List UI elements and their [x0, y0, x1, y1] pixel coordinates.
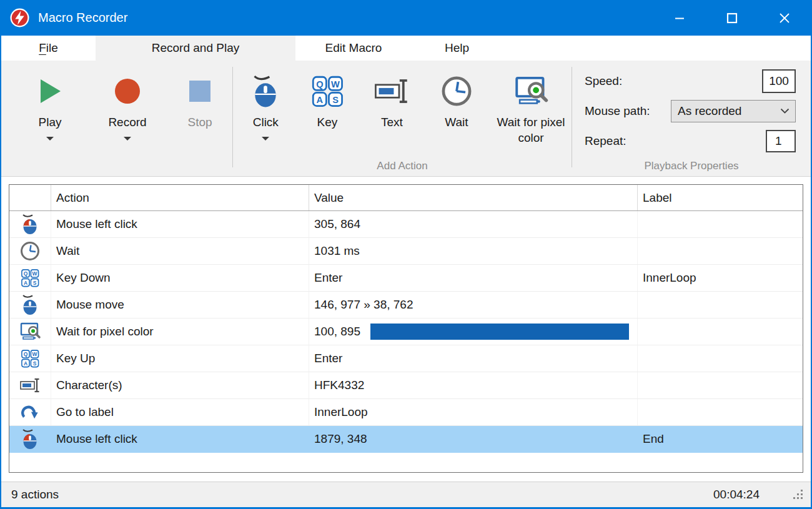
tab-help[interactable]: Help [412, 36, 502, 61]
tab-edit-macro-label: Edit Macro [325, 41, 382, 55]
table-row[interactable]: Q W A SKey DownEnterInnerLoop [9, 265, 803, 292]
mouse-left-click-icon [9, 211, 51, 237]
icon-column-header [9, 185, 51, 210]
row-label-text [638, 292, 803, 318]
titlebar: Macro Recorder [1, 0, 811, 36]
record-button-label: Record [108, 114, 146, 130]
wait-for-pixel-color-button[interactable]: Wait for pixel color [490, 61, 572, 146]
actions-count: 9 actions [1, 488, 713, 502]
row-value-text: InnerLoop [309, 399, 638, 425]
text-cursor-icon [374, 76, 410, 106]
row-value-text: Enter [309, 265, 638, 291]
mouse-left-click-icon [9, 426, 51, 452]
row-label-text [638, 238, 803, 264]
key-button-label: Key [317, 114, 337, 130]
label-column-header[interactable]: Label [638, 185, 803, 210]
close-button[interactable] [758, 0, 811, 36]
repeat-label: Repeat: [585, 134, 766, 148]
minimize-button[interactable] [653, 0, 706, 36]
resize-grip[interactable] [792, 488, 805, 501]
click-button-label: Click [253, 114, 279, 130]
mouse-move-icon [9, 292, 51, 318]
maximize-button[interactable] [706, 0, 758, 36]
text-cursor-icon [9, 372, 51, 398]
svg-text:S: S [33, 280, 37, 286]
record-icon [112, 76, 142, 106]
window-title: Macro Recorder [38, 11, 653, 25]
status-bar: 9 actions 00:04:24 [1, 482, 811, 507]
app-window: Macro Recorder File [0, 0, 812, 509]
main-content: Action Value Label Mouse left click305, … [1, 177, 811, 482]
row-action-text: Mouse left click [51, 426, 309, 452]
svg-text:W: W [32, 270, 37, 277]
row-value-text: 146, 977 » 38, 762 [309, 292, 638, 318]
app-logo-icon [10, 8, 29, 27]
speed-label: Speed: [585, 74, 762, 88]
play-dropdown-arrow-icon[interactable] [46, 137, 54, 141]
svg-text:A: A [316, 95, 323, 105]
menu-tab-bar: File Record and Play Edit Macro Help [1, 36, 811, 61]
playback-properties-group-label: Playback Properties [572, 160, 811, 172]
table-row[interactable]: Mouse move146, 977 » 38, 762 [9, 292, 803, 319]
row-label-text [638, 211, 803, 237]
ribbon-group-playback-properties: Speed: Mouse path: As recorded Repeat: P… [572, 61, 811, 176]
mouse-path-select[interactable]: As recorded [671, 100, 796, 122]
row-action-text: Character(s) [51, 372, 309, 398]
table-row[interactable]: Character(s)HFK4332 [9, 372, 803, 399]
row-action-text: Wait for pixel color [51, 319, 309, 345]
wait-button[interactable]: Wait [429, 61, 485, 130]
table-row[interactable]: Wait1031 ms [9, 238, 803, 265]
svg-text:Q: Q [24, 351, 28, 357]
tab-record-and-play[interactable]: Record and Play [96, 36, 295, 61]
svg-text:W: W [331, 79, 340, 89]
click-button[interactable]: Click [238, 61, 294, 141]
svg-text:A: A [24, 360, 27, 367]
row-value-text: Enter [309, 345, 638, 372]
tab-record-and-play-label: Record and Play [152, 41, 239, 55]
svg-text:Q: Q [24, 270, 28, 277]
stop-button[interactable]: Stop [174, 61, 226, 130]
table-row[interactable]: Mouse left click305, 864 [9, 211, 803, 238]
table-row[interactable]: Mouse left click1879, 348End [9, 426, 803, 453]
close-icon [778, 12, 791, 24]
table-row[interactable]: Wait for pixel color100, 895 [9, 319, 803, 345]
tab-file[interactable]: File [1, 36, 96, 61]
table-row[interactable]: Q W A SKey UpEnter [9, 345, 803, 372]
row-label-text: End [638, 426, 803, 452]
key-button[interactable]: Q W A S Key [300, 61, 355, 130]
text-button[interactable]: Text [361, 61, 422, 130]
row-label-text [638, 399, 803, 425]
tab-file-label: File [39, 41, 58, 55]
action-table: Action Value Label Mouse left click305, … [9, 184, 803, 473]
ribbon-group-playback-controls: Play Record Stop [1, 61, 232, 176]
table-row[interactable]: Go to labelInnerLoop [9, 399, 803, 426]
row-value-text: 305, 864 [309, 211, 638, 237]
row-label-text: InnerLoop [638, 265, 803, 291]
repeat-input[interactable] [766, 130, 796, 152]
ribbon-group-add-action: Click Q W A S Key [233, 61, 572, 176]
maximize-icon [726, 12, 738, 24]
speed-input[interactable] [762, 69, 796, 93]
svg-text:W: W [32, 351, 37, 357]
play-button[interactable]: Play [19, 61, 81, 141]
record-dropdown-arrow-icon[interactable] [124, 137, 131, 141]
click-dropdown-arrow-icon[interactable] [262, 137, 269, 141]
play-icon [34, 76, 66, 106]
mouse-path-label: Mouse path: [585, 104, 671, 118]
record-button[interactable]: Record [96, 61, 159, 141]
value-column-header[interactable]: Value [309, 185, 638, 210]
row-action-text: Mouse left click [51, 211, 309, 237]
row-label-text [638, 345, 803, 372]
text-button-label: Text [381, 114, 403, 130]
table-header-row: Action Value Label [9, 185, 803, 211]
pixel-color-icon [513, 75, 548, 107]
row-value-text: 100, 895 [309, 319, 638, 345]
goto-label-icon [9, 399, 51, 425]
add-action-group-label: Add Action [233, 160, 572, 172]
tab-help-label: Help [445, 41, 469, 55]
action-column-header[interactable]: Action [51, 185, 309, 210]
row-action-text: Wait [51, 238, 309, 264]
pixel-color-icon [9, 319, 51, 345]
tab-edit-macro[interactable]: Edit Macro [295, 36, 412, 61]
mouse-path-selected-value: As recorded [678, 104, 780, 118]
